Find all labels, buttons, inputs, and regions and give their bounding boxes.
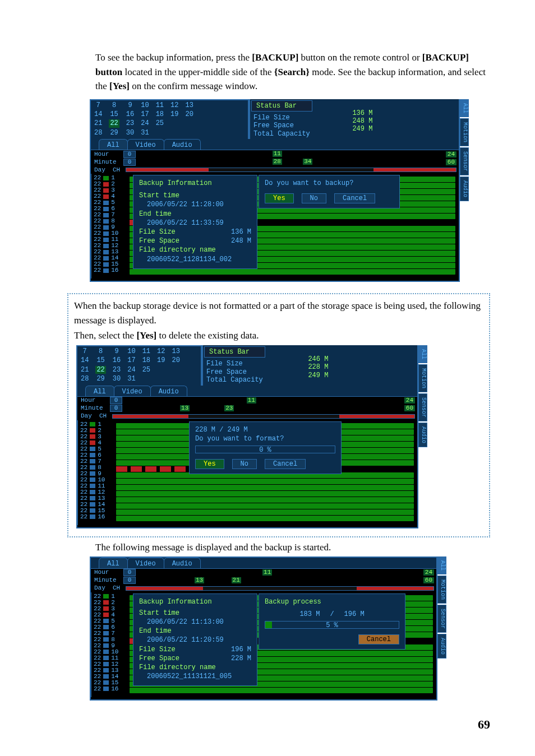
backup-process-panel: Backup process 183 M / 196 M 5 % Canc [259, 593, 405, 650]
tab-all[interactable]: All [99, 558, 128, 568]
note-box-format: When the backup storage device is not fo… [67, 293, 490, 537]
no-button[interactable]: No [232, 459, 257, 469]
format-size-line: 228 M / 249 M [195, 425, 335, 434]
no-button[interactable]: No [302, 193, 326, 203]
file-size-value: 246 M [308, 355, 342, 363]
status-bar-label: Status Bar [251, 100, 312, 112]
right-tab-motion[interactable]: Motion [437, 576, 446, 604]
right-tab-sensor[interactable]: Sensor [437, 605, 446, 633]
panel-free-space: 248 M [231, 236, 251, 245]
cancel-button[interactable]: Cancel [265, 459, 306, 469]
yes-button[interactable]: Yes [195, 459, 224, 469]
format-progress-bar: 0 % [195, 446, 335, 453]
start-time-value: 2006/05/22 11:28:00 [139, 200, 251, 209]
panel-file-size: 196 M [231, 645, 251, 654]
day-label: Day [94, 166, 105, 173]
free-space-value: 228 M [308, 363, 342, 371]
tab-all[interactable]: All [85, 386, 114, 396]
tab-audio[interactable]: Audio [150, 386, 187, 396]
panel-free-space: 228 M [231, 654, 251, 663]
end-time-value: 2006/05/22 11:20:59 [139, 636, 251, 644]
timeline-tracks[interactable]: Backup Information Start time 2006/05/22… [130, 174, 459, 279]
hour-tick: 11 [273, 151, 282, 157]
backup-percent: 5 % [265, 621, 399, 630]
tab-audio[interactable]: Audio [164, 558, 201, 568]
confirm-backup-panel: Do you want to backup? Yes No Cancel [259, 175, 400, 208]
hour-label: Hour [91, 151, 123, 157]
minute-tick-2: 21 [232, 577, 241, 583]
right-tab-all[interactable]: All [437, 556, 446, 574]
right-tab-audio[interactable]: Audio [460, 177, 469, 201]
calendar[interactable]: 7142128 8152229 9162330 10172431 111825 … [90, 99, 249, 140]
backup-process-title: Backup process [265, 597, 399, 606]
hour-end: 24 [446, 151, 456, 157]
backup-info-title: Backup Information [139, 179, 251, 188]
free-space-value: 248 M [352, 117, 386, 125]
file-size-value: 136 M [352, 109, 386, 117]
screenshot-backup-process: All Video Audio Hour 0 11 24 Minute 0 13… [90, 556, 437, 701]
minute-tick-2: 23 [224, 405, 234, 411]
process-sep: / [330, 610, 334, 619]
free-space-label: Free Space [253, 122, 294, 129]
file-size-label: File Size [253, 114, 290, 122]
intro-paragraph: To see the backup information, press the… [95, 50, 490, 94]
format-percent: 0 % [196, 446, 335, 454]
calendar-selected-day[interactable]: 22 [109, 119, 119, 127]
minute-tick-1: 13 [180, 405, 190, 411]
hour-tick: 11 [262, 569, 272, 576]
tab-video[interactable]: Video [114, 386, 151, 396]
backup-info-panel: Backup Information Start time 2006/05/22… [133, 175, 257, 269]
panel-file-size: 136 M [231, 228, 251, 236]
hour-tick: 11 [247, 397, 256, 403]
format-question: Do you want to format? [195, 434, 335, 443]
backup-progress-bar: 5 % [265, 621, 399, 629]
channel-column: 221 222 223 224 225 226 227 228 229 2210… [91, 174, 130, 279]
page-number: 69 [67, 717, 490, 732]
format-confirm-panel: 228 M / 249 M Do you want to format? 0 %… [189, 421, 342, 474]
minute-tick-2: 34 [303, 159, 312, 165]
confirm-text: Do you want to backup? [265, 179, 394, 188]
right-tab-sensor[interactable]: Sensor [418, 393, 427, 421]
file-directory-name: 20060522_11131121_005 [139, 672, 251, 681]
right-tab-all[interactable]: All [418, 345, 427, 363]
note-text-2: Then, select the [Yes] to delete the exi… [74, 328, 483, 343]
minute-tick-1: 28 [273, 159, 282, 165]
right-tab-motion[interactable]: Motion [418, 364, 427, 392]
right-tab-all[interactable]: All [460, 99, 469, 117]
screenshot-backup-confirm: 7142128 8152229 9162330 10172431 111825 … [90, 99, 460, 282]
file-directory-name: 20060522_11281134_002 [139, 255, 251, 264]
total-capacity-value: 249 M [352, 125, 386, 133]
ch-label: CH [113, 166, 120, 173]
channel-column: 221 222 223 224 225 226 227 228 229 2210… [91, 592, 130, 697]
right-tab-sensor[interactable]: Sensor [460, 147, 469, 175]
screenshot-format-confirm: 7142128 8152229 9162330 10172431 111825 … [76, 345, 418, 528]
right-tab-audio[interactable]: Audio [437, 634, 446, 658]
right-tab-motion[interactable]: Motion [460, 118, 469, 146]
hour-zero: 0 [123, 151, 136, 158]
end-time-value: 2006/05/22 11:33:59 [139, 219, 251, 228]
backup-info-panel: Backup Information Start time 2006/05/22… [133, 593, 257, 687]
note-text-1: When the backup storage device is not fo… [74, 299, 483, 328]
process-done: 183 M [299, 610, 320, 619]
tab-audio[interactable]: Audio [164, 139, 201, 150]
status-bar-label: Status Bar [204, 346, 265, 358]
between-text: The following message is displayed and t… [95, 542, 490, 553]
process-total: 196 M [344, 610, 365, 619]
tab-all[interactable]: All [99, 139, 128, 150]
cancel-button[interactable]: Cancel [358, 634, 399, 644]
minute-zero: 0 [123, 159, 136, 166]
total-capacity-value: 249 M [308, 372, 342, 379]
yes-button[interactable]: Yes [265, 193, 294, 203]
minute-label: Minute [91, 159, 123, 165]
minute-end: 60 [446, 159, 456, 165]
cancel-button[interactable]: Cancel [334, 193, 375, 203]
tab-video[interactable]: Video [127, 139, 164, 150]
minute-tick-1: 13 [195, 577, 204, 583]
start-time-value: 2006/05/22 11:13:00 [139, 618, 251, 627]
right-tab-audio[interactable]: Audio [418, 423, 427, 447]
tab-video[interactable]: Video [127, 558, 164, 568]
channel-column: 221 222 223 224 225 226 227 228 229 2210… [77, 420, 116, 525]
total-capacity-label: Total Capacity [253, 130, 310, 138]
